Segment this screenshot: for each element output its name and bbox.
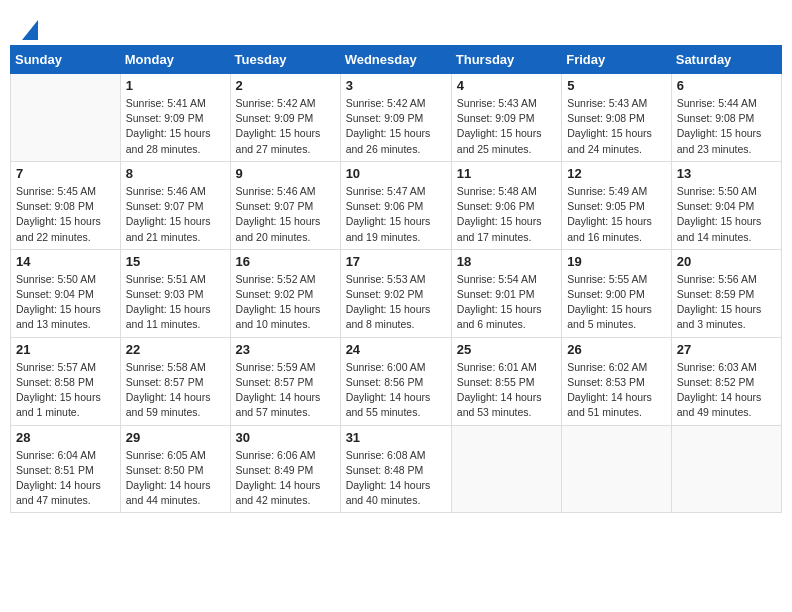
calendar-day-cell: 31Sunrise: 6:08 AM Sunset: 8:48 PM Dayli…: [340, 425, 451, 513]
day-number: 17: [346, 254, 446, 269]
day-number: 3: [346, 78, 446, 93]
day-info: Sunrise: 6:05 AM Sunset: 8:50 PM Dayligh…: [126, 448, 225, 509]
day-number: 10: [346, 166, 446, 181]
calendar-day-cell: 14Sunrise: 5:50 AM Sunset: 9:04 PM Dayli…: [11, 249, 121, 337]
day-number: 7: [16, 166, 115, 181]
calendar-day-cell: 2Sunrise: 5:42 AM Sunset: 9:09 PM Daylig…: [230, 74, 340, 162]
calendar-day-cell: 28Sunrise: 6:04 AM Sunset: 8:51 PM Dayli…: [11, 425, 121, 513]
weekday-header-cell: Saturday: [671, 46, 781, 74]
day-number: 19: [567, 254, 666, 269]
day-number: 13: [677, 166, 776, 181]
calendar-day-cell: 21Sunrise: 5:57 AM Sunset: 8:58 PM Dayli…: [11, 337, 121, 425]
day-number: 23: [236, 342, 335, 357]
day-info: Sunrise: 5:46 AM Sunset: 9:07 PM Dayligh…: [126, 184, 225, 245]
calendar-day-cell: 9Sunrise: 5:46 AM Sunset: 9:07 PM Daylig…: [230, 161, 340, 249]
day-number: 15: [126, 254, 225, 269]
day-number: 25: [457, 342, 556, 357]
calendar-day-cell: 6Sunrise: 5:44 AM Sunset: 9:08 PM Daylig…: [671, 74, 781, 162]
calendar-week-row: 14Sunrise: 5:50 AM Sunset: 9:04 PM Dayli…: [11, 249, 782, 337]
day-number: 31: [346, 430, 446, 445]
calendar-day-cell: 17Sunrise: 5:53 AM Sunset: 9:02 PM Dayli…: [340, 249, 451, 337]
day-info: Sunrise: 5:49 AM Sunset: 9:05 PM Dayligh…: [567, 184, 666, 245]
weekday-header-cell: Sunday: [11, 46, 121, 74]
day-info: Sunrise: 6:06 AM Sunset: 8:49 PM Dayligh…: [236, 448, 335, 509]
day-number: 18: [457, 254, 556, 269]
day-info: Sunrise: 5:44 AM Sunset: 9:08 PM Dayligh…: [677, 96, 776, 157]
day-info: Sunrise: 5:55 AM Sunset: 9:00 PM Dayligh…: [567, 272, 666, 333]
weekday-header-cell: Friday: [562, 46, 672, 74]
logo-triangle-icon: [22, 20, 38, 40]
calendar-body: 1Sunrise: 5:41 AM Sunset: 9:09 PM Daylig…: [11, 74, 782, 513]
calendar-day-cell: 22Sunrise: 5:58 AM Sunset: 8:57 PM Dayli…: [120, 337, 230, 425]
day-info: Sunrise: 5:45 AM Sunset: 9:08 PM Dayligh…: [16, 184, 115, 245]
day-info: Sunrise: 5:43 AM Sunset: 9:08 PM Dayligh…: [567, 96, 666, 157]
calendar-day-cell: 16Sunrise: 5:52 AM Sunset: 9:02 PM Dayli…: [230, 249, 340, 337]
calendar-week-row: 1Sunrise: 5:41 AM Sunset: 9:09 PM Daylig…: [11, 74, 782, 162]
calendar-day-cell: 20Sunrise: 5:56 AM Sunset: 8:59 PM Dayli…: [671, 249, 781, 337]
weekday-header-cell: Thursday: [451, 46, 561, 74]
weekday-header-row: SundayMondayTuesdayWednesdayThursdayFrid…: [11, 46, 782, 74]
day-number: 6: [677, 78, 776, 93]
day-info: Sunrise: 5:59 AM Sunset: 8:57 PM Dayligh…: [236, 360, 335, 421]
day-number: 28: [16, 430, 115, 445]
calendar-day-cell: 29Sunrise: 6:05 AM Sunset: 8:50 PM Dayli…: [120, 425, 230, 513]
day-number: 9: [236, 166, 335, 181]
day-number: 1: [126, 78, 225, 93]
day-info: Sunrise: 5:54 AM Sunset: 9:01 PM Dayligh…: [457, 272, 556, 333]
day-info: Sunrise: 5:56 AM Sunset: 8:59 PM Dayligh…: [677, 272, 776, 333]
calendar-week-row: 21Sunrise: 5:57 AM Sunset: 8:58 PM Dayli…: [11, 337, 782, 425]
day-info: Sunrise: 5:43 AM Sunset: 9:09 PM Dayligh…: [457, 96, 556, 157]
calendar-day-cell: 24Sunrise: 6:00 AM Sunset: 8:56 PM Dayli…: [340, 337, 451, 425]
day-number: 12: [567, 166, 666, 181]
calendar-table: SundayMondayTuesdayWednesdayThursdayFrid…: [10, 45, 782, 513]
day-info: Sunrise: 5:46 AM Sunset: 9:07 PM Dayligh…: [236, 184, 335, 245]
day-info: Sunrise: 5:53 AM Sunset: 9:02 PM Dayligh…: [346, 272, 446, 333]
calendar-day-cell: 1Sunrise: 5:41 AM Sunset: 9:09 PM Daylig…: [120, 74, 230, 162]
calendar-day-cell: 25Sunrise: 6:01 AM Sunset: 8:55 PM Dayli…: [451, 337, 561, 425]
page-header: [10, 10, 782, 45]
day-info: Sunrise: 5:51 AM Sunset: 9:03 PM Dayligh…: [126, 272, 225, 333]
calendar-day-cell: 12Sunrise: 5:49 AM Sunset: 9:05 PM Dayli…: [562, 161, 672, 249]
calendar-day-cell: 26Sunrise: 6:02 AM Sunset: 8:53 PM Dayli…: [562, 337, 672, 425]
day-info: Sunrise: 6:02 AM Sunset: 8:53 PM Dayligh…: [567, 360, 666, 421]
calendar-day-cell: 5Sunrise: 5:43 AM Sunset: 9:08 PM Daylig…: [562, 74, 672, 162]
day-number: 2: [236, 78, 335, 93]
calendar-day-cell: 27Sunrise: 6:03 AM Sunset: 8:52 PM Dayli…: [671, 337, 781, 425]
day-number: 16: [236, 254, 335, 269]
calendar-day-cell: [451, 425, 561, 513]
calendar-day-cell: [11, 74, 121, 162]
day-number: 26: [567, 342, 666, 357]
day-info: Sunrise: 5:42 AM Sunset: 9:09 PM Dayligh…: [346, 96, 446, 157]
calendar-day-cell: 10Sunrise: 5:47 AM Sunset: 9:06 PM Dayli…: [340, 161, 451, 249]
calendar-day-cell: [671, 425, 781, 513]
day-number: 21: [16, 342, 115, 357]
day-number: 14: [16, 254, 115, 269]
day-number: 30: [236, 430, 335, 445]
day-number: 5: [567, 78, 666, 93]
day-info: Sunrise: 5:41 AM Sunset: 9:09 PM Dayligh…: [126, 96, 225, 157]
day-info: Sunrise: 6:03 AM Sunset: 8:52 PM Dayligh…: [677, 360, 776, 421]
calendar-day-cell: 13Sunrise: 5:50 AM Sunset: 9:04 PM Dayli…: [671, 161, 781, 249]
calendar-day-cell: 11Sunrise: 5:48 AM Sunset: 9:06 PM Dayli…: [451, 161, 561, 249]
day-number: 22: [126, 342, 225, 357]
day-info: Sunrise: 5:52 AM Sunset: 9:02 PM Dayligh…: [236, 272, 335, 333]
calendar-day-cell: 3Sunrise: 5:42 AM Sunset: 9:09 PM Daylig…: [340, 74, 451, 162]
calendar-day-cell: 23Sunrise: 5:59 AM Sunset: 8:57 PM Dayli…: [230, 337, 340, 425]
calendar-day-cell: 4Sunrise: 5:43 AM Sunset: 9:09 PM Daylig…: [451, 74, 561, 162]
weekday-header-cell: Wednesday: [340, 46, 451, 74]
day-number: 24: [346, 342, 446, 357]
day-number: 8: [126, 166, 225, 181]
day-info: Sunrise: 5:57 AM Sunset: 8:58 PM Dayligh…: [16, 360, 115, 421]
svg-marker-0: [22, 20, 38, 40]
day-info: Sunrise: 6:08 AM Sunset: 8:48 PM Dayligh…: [346, 448, 446, 509]
calendar-week-row: 7Sunrise: 5:45 AM Sunset: 9:08 PM Daylig…: [11, 161, 782, 249]
day-info: Sunrise: 5:47 AM Sunset: 9:06 PM Dayligh…: [346, 184, 446, 245]
day-number: 29: [126, 430, 225, 445]
day-info: Sunrise: 5:50 AM Sunset: 9:04 PM Dayligh…: [677, 184, 776, 245]
calendar-week-row: 28Sunrise: 6:04 AM Sunset: 8:51 PM Dayli…: [11, 425, 782, 513]
calendar-day-cell: 18Sunrise: 5:54 AM Sunset: 9:01 PM Dayli…: [451, 249, 561, 337]
day-info: Sunrise: 5:48 AM Sunset: 9:06 PM Dayligh…: [457, 184, 556, 245]
calendar-day-cell: 15Sunrise: 5:51 AM Sunset: 9:03 PM Dayli…: [120, 249, 230, 337]
day-info: Sunrise: 6:01 AM Sunset: 8:55 PM Dayligh…: [457, 360, 556, 421]
calendar-day-cell: 7Sunrise: 5:45 AM Sunset: 9:08 PM Daylig…: [11, 161, 121, 249]
